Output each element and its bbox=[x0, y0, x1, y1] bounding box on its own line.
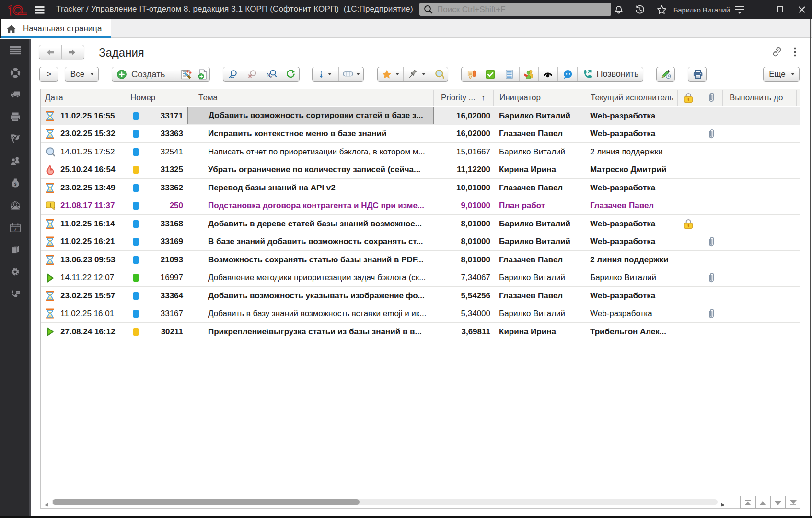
svg-text:7: 7 bbox=[14, 226, 16, 232]
svg-text:$: $ bbox=[14, 182, 16, 187]
